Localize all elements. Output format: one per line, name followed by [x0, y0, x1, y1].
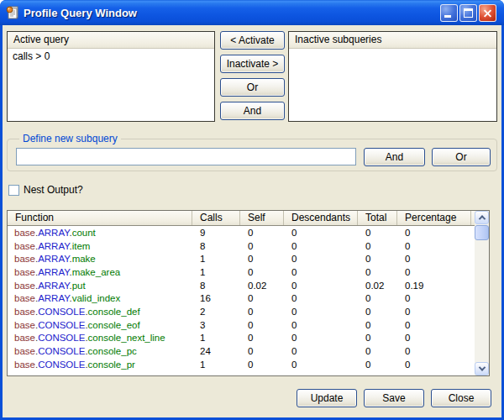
total-value: 0 — [358, 320, 397, 330]
table-row[interactable]: base.ARRAY.make10000 — [8, 252, 475, 265]
total-value: 0 — [358, 333, 397, 343]
column-header-total[interactable]: Total — [358, 211, 397, 225]
self-value: 0 — [240, 320, 284, 330]
percentage-value: 0 — [397, 307, 471, 317]
self-value: 0 — [240, 228, 284, 238]
active-query-panel: Active query calls > 0 — [7, 31, 215, 122]
percentage-value: 0 — [397, 293, 471, 303]
self-value: 0 — [240, 307, 284, 317]
maximize-button[interactable] — [459, 4, 477, 22]
calls-value: 1 — [192, 360, 240, 370]
percentage-value: 0 — [397, 254, 471, 264]
descendants-value: 0 — [284, 254, 358, 264]
function-name: base.CONSOLE.console_next_line — [8, 333, 192, 343]
descendants-value: 0 — [284, 281, 358, 291]
subquery-or-button[interactable]: Or — [432, 148, 491, 166]
descendants-value: 0 — [284, 346, 358, 356]
descendants-value: 0 — [284, 307, 358, 317]
table-row[interactable]: base.CONSOLE.console_next_line10000 — [8, 332, 475, 345]
total-value: 0.02 — [358, 281, 397, 291]
column-header-percentage[interactable]: Percentage — [397, 211, 471, 225]
descendants-value: 0 — [284, 293, 358, 303]
calls-value: 8 — [192, 281, 240, 291]
percentage-value: 0 — [397, 360, 471, 370]
chevron-down-icon — [478, 364, 485, 370]
subquery-and-button[interactable]: And — [364, 148, 425, 166]
or-combine-button[interactable]: Or — [220, 78, 285, 97]
calls-value: 1 — [192, 333, 240, 343]
percentage-value: 0 — [397, 228, 471, 238]
titlebar[interactable]: Profile Query Window — [0, 0, 504, 25]
active-query-list[interactable]: calls > 0 — [8, 49, 214, 62]
column-header-descendants[interactable]: Descendants — [284, 211, 358, 225]
column-header-function[interactable]: Function — [8, 211, 192, 225]
descendants-value: 0 — [284, 241, 358, 251]
percentage-value: 0 — [397, 241, 471, 251]
descendants-value: 0 — [284, 360, 358, 370]
total-value: 0 — [358, 241, 397, 251]
inactivate-button[interactable]: Inactivate > — [220, 55, 285, 73]
scrollbar-thumb[interactable] — [475, 225, 489, 240]
table-row[interactable]: base.ARRAY.item80000 — [8, 239, 475, 253]
descendants-value: 0 — [284, 228, 358, 238]
save-button[interactable]: Save — [364, 389, 424, 407]
nest-output-checkbox[interactable] — [8, 185, 19, 196]
self-value: 0 — [240, 333, 284, 343]
chevron-up-icon — [478, 215, 485, 222]
nest-output-label: Nest Output? — [24, 184, 83, 196]
function-name: base.ARRAY.make_area — [8, 267, 192, 277]
self-value: 0 — [240, 267, 284, 277]
self-value: 0 — [240, 360, 284, 370]
define-subquery-label: Define new subquery — [19, 133, 121, 144]
function-name: base.CONSOLE.console_def — [8, 307, 192, 317]
table-row[interactable]: base.CONSOLE.console_eof30000 — [8, 318, 475, 332]
calls-value: 9 — [192, 228, 240, 238]
scroll-down-button[interactable] — [475, 362, 489, 375]
table-row[interactable]: base.CONSOLE.console_pr10000 — [8, 358, 475, 371]
table-row[interactable]: base.ARRAY.make_area10000 — [8, 265, 475, 279]
table-row[interactable]: base.CONSOLE.console_def20000 — [8, 305, 475, 318]
function-name: base.CONSOLE.console_pr — [8, 360, 192, 370]
function-name: base.CONSOLE.console_pc — [8, 346, 192, 356]
activate-button[interactable]: < Activate — [220, 31, 285, 50]
window-title: Profile Query Window — [24, 7, 440, 19]
function-name: base.ARRAY.valid_index — [8, 293, 192, 303]
close-button[interactable] — [479, 4, 496, 22]
percentage-value: 0 — [397, 333, 471, 343]
calls-value: 24 — [192, 346, 240, 356]
and-combine-button[interactable]: And — [220, 102, 285, 120]
total-value: 0 — [358, 360, 397, 370]
total-value: 0 — [358, 254, 397, 264]
table-row[interactable]: base.ARRAY.put80.0200.020.19 — [8, 279, 475, 292]
profile-query-window: Profile Query Window Active query calls … — [0, 0, 504, 420]
scroll-up-button[interactable] — [475, 211, 489, 224]
table-row[interactable]: base.ARRAY.valid_index160000 — [8, 291, 475, 305]
table-body: base.ARRAY.count90000base.ARRAY.item8000… — [8, 226, 475, 375]
profile-results-table: Function Calls Self Descendants Total Pe… — [7, 210, 490, 376]
subquery-input[interactable] — [16, 148, 356, 165]
self-value: 0 — [240, 241, 284, 251]
percentage-value: 0.19 — [397, 281, 471, 291]
minimize-button[interactable] — [440, 4, 458, 22]
active-query-item[interactable]: calls > 0 — [8, 49, 214, 62]
minimize-icon — [444, 15, 451, 18]
function-name: base.ARRAY.item — [8, 241, 192, 251]
total-value: 0 — [358, 267, 397, 277]
vertical-scrollbar[interactable] — [475, 211, 489, 375]
update-button[interactable]: Update — [297, 389, 357, 407]
table-header: Function Calls Self Descendants Total Pe… — [8, 211, 475, 226]
table-row[interactable]: base.ARRAY.count90000 — [8, 226, 475, 239]
define-subquery-group: Define new subquery And Or — [7, 139, 497, 171]
total-value: 0 — [358, 293, 397, 303]
close-dialog-button[interactable]: Close — [431, 389, 491, 407]
column-header-calls[interactable]: Calls — [192, 211, 240, 225]
column-header-self[interactable]: Self — [240, 211, 284, 225]
percentage-value: 0 — [397, 320, 471, 330]
table-row[interactable]: base.CONSOLE.console_pc240000 — [8, 344, 475, 358]
calls-value: 16 — [192, 293, 240, 303]
calls-value: 1 — [192, 254, 240, 264]
function-name: base.ARRAY.put — [8, 281, 192, 291]
percentage-value: 0 — [397, 267, 471, 277]
self-value: 0 — [240, 346, 284, 356]
total-value: 0 — [358, 346, 397, 356]
